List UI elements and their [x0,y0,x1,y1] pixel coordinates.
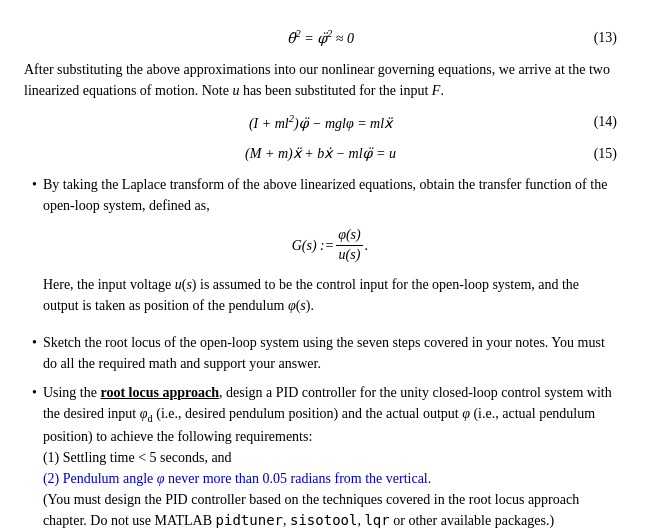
requirement-1: (1) Settling time < 5 seconds, and [43,447,617,468]
equation-13: θ̈2 = φ̈2 ≈ 0 (13) [24,26,617,49]
bullet-3-text: Using the root locus approach, design a … [43,385,612,445]
bullet-1-content: By taking the Laplace transform of the a… [43,174,617,323]
bullet-2-marker: • [32,332,37,353]
requirement-2: (2) Pendulum angle φ never more than 0.0… [43,468,617,489]
eq-number-14: (14) [594,111,617,132]
bullet-1-marker: • [32,174,37,195]
bullet-1: • By taking the Laplace transform of the… [32,174,617,323]
gs-definition: G(s) := φ(s) u(s) . [43,226,617,263]
bullet-2-text: Sketch the root locus of the open-loop s… [43,335,605,371]
bullet-2: • Sketch the root locus of the open-loop… [32,332,617,374]
eq-number-13: (13) [594,27,617,48]
here-paragraph: Here, the input voltage u(s) is assumed … [43,274,617,316]
bullet-2-content: Sketch the root locus of the open-loop s… [43,332,617,374]
bullet-3-marker: • [32,382,37,403]
eq-number-15: (15) [594,143,617,164]
root-locus-approach: root locus approach [100,385,219,400]
bullet-3-content: Using the root locus approach, design a … [43,382,617,528]
requirement-3: (You must design the PID controller base… [43,489,617,528]
after-approx-paragraph: After substituting the above approximati… [24,59,617,101]
equation-15: (M + m)ẍ + bẋ − mlφ̈ = u (15) [24,143,617,164]
bullet-3: • Using the root locus approach, design … [32,382,617,528]
bullet-1-text: By taking the Laplace transform of the a… [43,177,607,213]
gs-fraction: φ(s) u(s) [336,226,363,263]
equation-14: (I + ml2)φ̈ − mglφ = mlẍ (14) [24,111,617,134]
